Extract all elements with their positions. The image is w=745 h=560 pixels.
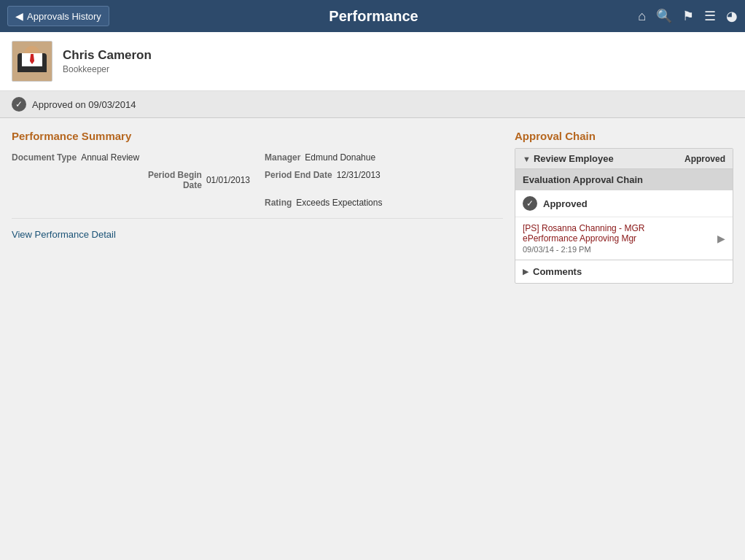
approval-chain-title: Approval Chain	[515, 130, 733, 142]
back-arrow-icon: ◀	[15, 10, 23, 22]
document-type-row: Document Type Annual Review	[12, 152, 250, 163]
eval-chain-header: Evaluation Approval Chain	[515, 169, 733, 190]
document-type-value: Annual Review	[81, 152, 139, 163]
avatar-image	[12, 42, 52, 81]
performance-summary-title: Performance Summary	[12, 130, 503, 142]
employee-title: Bookkeeper	[63, 64, 733, 74]
chain-approver-info: [PS] Rosanna Channing - MGR ePerformance…	[523, 223, 713, 254]
chain-approver-row[interactable]: [PS] Rosanna Channing - MGR ePerformance…	[515, 217, 733, 260]
manager-value: Edmund Donahue	[305, 152, 375, 163]
main-content: Performance Summary Document Type Annual…	[0, 118, 745, 295]
chain-approver-role: ePerformance Approving Mgr	[523, 233, 713, 244]
performance-details-grid: Document Type Annual Review Manager Edmu…	[12, 152, 503, 219]
rating-row: Rating Exceeds Expectations	[265, 198, 503, 208]
manager-row: Manager Edmund Donahue	[265, 152, 503, 163]
chain-approved-row: ✓ Approved	[515, 190, 733, 217]
header-icons: ⌂ 🔍 ⚑ ☰ ◕	[638, 8, 738, 24]
left-panel: Performance Summary Document Type Annual…	[12, 130, 503, 240]
period-begin-value: 01/01/2013	[206, 175, 250, 185]
approved-status-text: Approved on 09/03/2014	[32, 99, 136, 110]
eval-chain-section: Evaluation Approval Chain ✓ Approved [PS…	[515, 169, 733, 260]
avatar	[12, 41, 52, 82]
page-title: Performance	[109, 8, 638, 25]
employee-banner: Chris Cameron Bookkeeper	[0, 32, 745, 91]
menu-icon[interactable]: ☰	[704, 8, 716, 24]
chain-detail-arrow-icon[interactable]: ▶	[717, 233, 725, 244]
approved-col-label: Approved	[684, 154, 725, 164]
comments-section[interactable]: ▶ Comments	[515, 260, 733, 283]
chain-approved-text: Approved	[543, 198, 588, 209]
search-icon[interactable]: 🔍	[656, 8, 672, 24]
manager-label: Manager	[265, 152, 300, 163]
rating-value: Exceeds Expectations	[296, 198, 382, 208]
avatar-body	[17, 53, 47, 72]
home-icon[interactable]: ⌂	[638, 9, 646, 24]
back-button-label: Approvals History	[27, 11, 101, 22]
app-header: ◀ Approvals History Performance ⌂ 🔍 ⚑ ☰ …	[0, 0, 745, 32]
period-end-row: Period End Date 12/31/2013	[265, 170, 503, 190]
view-performance-detail-link[interactable]: View Performance Detail	[12, 229, 116, 240]
rating-label: Rating	[265, 198, 292, 208]
back-button[interactable]: ◀ Approvals History	[7, 6, 109, 26]
chain-header-row[interactable]: ▼ Review Employee Approved	[515, 149, 733, 169]
review-employee-label: Review Employee	[534, 153, 682, 164]
period-end-value: 12/31/2013	[337, 170, 381, 180]
compass-icon[interactable]: ◕	[726, 8, 738, 24]
empty-cell	[12, 198, 250, 208]
period-end-label: Period End Date	[265, 170, 332, 180]
chain-approver-date: 09/03/14 - 2:19 PM	[523, 245, 713, 254]
comments-expand-icon: ▶	[523, 267, 528, 276]
employee-name: Chris Cameron	[63, 48, 733, 63]
employee-info: Chris Cameron Bookkeeper	[63, 48, 733, 74]
chain-approver-name[interactable]: [PS] Rosanna Channing - MGR	[523, 223, 713, 233]
chain-collapse-icon: ▼	[523, 155, 531, 163]
period-begin-label: Period BeginDate	[148, 170, 202, 190]
right-panel: Approval Chain ▼ Review Employee Approve…	[515, 130, 733, 284]
document-type-label: Document Type	[12, 152, 77, 163]
chain-check-icon: ✓	[523, 196, 537, 211]
comments-label: Comments	[533, 266, 582, 277]
check-circle-icon: ✓	[12, 97, 26, 112]
flag-icon[interactable]: ⚑	[682, 8, 694, 24]
approved-status-bar: ✓ Approved on 09/03/2014	[0, 91, 745, 118]
period-begin-row: Period BeginDate 01/01/2013	[12, 170, 250, 190]
approval-chain-table: ▼ Review Employee Approved Evaluation Ap…	[515, 148, 733, 284]
